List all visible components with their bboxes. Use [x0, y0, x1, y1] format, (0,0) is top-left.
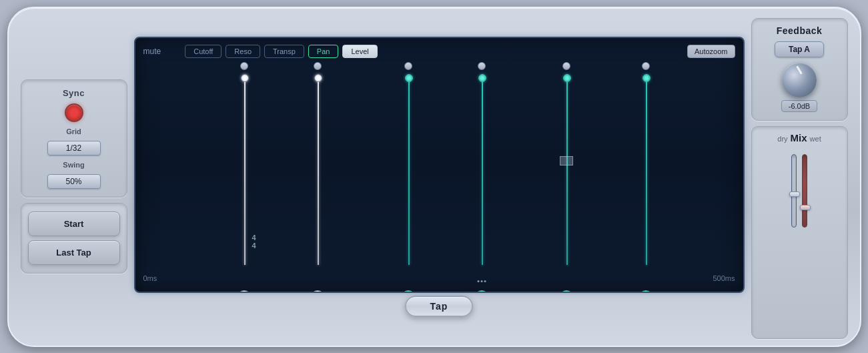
mix-sliders [786, 147, 813, 228]
cutoff-tab[interactable]: Cutoff [185, 45, 222, 58]
transport-panel: Start Last Tap [21, 203, 127, 274]
tap-handle-F[interactable] [642, 74, 650, 82]
pan-indicator [560, 156, 573, 165]
transp-tab[interactable]: Transp [264, 45, 304, 58]
time-signature: 4 4 [252, 234, 256, 250]
wet-slider-track[interactable] [802, 154, 807, 228]
dry-slider-thumb[interactable] [789, 192, 800, 197]
time-sig-bottom: 4 [252, 242, 256, 250]
g-tap-dots [477, 280, 486, 282]
toolbar: mute Cutoff Reso Transp Pan Level Autozo… [135, 45, 743, 58]
tap-handle-G[interactable] [478, 74, 486, 82]
end-time-label: 500ms [713, 274, 735, 282]
sequencer-area [135, 78, 743, 265]
dry-slider-track[interactable] [791, 154, 797, 228]
autozoom-button[interactable]: Autozoom [687, 45, 735, 58]
mute-dot-C[interactable] [404, 62, 412, 70]
tap-line-G[interactable] [482, 78, 483, 265]
wet-slider-thumb[interactable] [800, 205, 811, 210]
last-tap-button[interactable]: Last Tap [28, 240, 120, 265]
sync-indicator[interactable] [65, 103, 83, 122]
sync-label: Sync [63, 88, 85, 98]
feedback-value: -6.0dB [781, 100, 817, 112]
tap-line-C[interactable] [408, 78, 410, 265]
tap-handle-C[interactable] [405, 74, 413, 82]
grid-label: Grid [66, 127, 81, 135]
plugin-shell: Sync Grid 1/32 Swing 50% Start Last Tap … [7, 7, 861, 347]
mute-dot-F[interactable] [642, 62, 650, 70]
grid-dropdown[interactable]: 1/32 [47, 141, 101, 155]
swing-dropdown[interactable]: 50% [47, 174, 101, 189]
tap-handle-B[interactable] [314, 74, 322, 82]
tap-button-container: Tap [134, 296, 745, 317]
mute-dot-E[interactable] [562, 62, 570, 70]
tap-line-E[interactable] [566, 78, 568, 265]
start-time-label: 0ms [143, 274, 157, 282]
tap-line-F[interactable] [646, 78, 647, 265]
display-screen: mute Cutoff Reso Transp Pan Level Autozo… [134, 37, 745, 293]
knob-container: -6.0dB [781, 63, 817, 112]
feedback-knob[interactable] [782, 63, 817, 97]
tap-line-B[interactable] [318, 78, 319, 265]
tap-handle-A[interactable] [241, 74, 249, 82]
center-panel: mute Cutoff Reso Transp Pan Level Autozo… [134, 37, 745, 317]
reso-tab[interactable]: Reso [226, 45, 260, 58]
time-sig-top: 4 [252, 234, 256, 242]
mute-dot-G[interactable] [478, 62, 486, 70]
level-tab[interactable]: Level [342, 45, 377, 58]
swing-label: Swing [63, 161, 84, 169]
tap-button[interactable]: Tap [405, 296, 474, 317]
feedback-box: Feedback Tap A -6.0dB [751, 18, 848, 121]
mix-header: dry Mix wet [777, 132, 821, 143]
tap-line-A[interactable] [244, 78, 246, 265]
mute-dot-B[interactable] [314, 62, 322, 70]
mix-box: dry Mix wet [751, 126, 848, 339]
timeline-bar: 0ms 500ms [135, 265, 743, 292]
mute-label: mute [143, 47, 161, 56]
tap-handle-E[interactable] [563, 74, 571, 82]
right-panel: Feedback Tap A -6.0dB dry Mix wet [751, 15, 848, 339]
mix-label: Mix [791, 132, 807, 143]
left-panel: Sync Grid 1/32 Swing 50% Start Last Tap [21, 79, 127, 274]
wet-label: wet [810, 135, 821, 143]
mute-dot-A[interactable] [240, 62, 248, 70]
feedback-label: Feedback [777, 25, 823, 36]
sync-panel: Sync Grid 1/32 Swing 50% [21, 79, 127, 198]
dry-label: dry [777, 135, 787, 143]
pan-tab[interactable]: Pan [308, 45, 339, 58]
tap-a-button[interactable]: Tap A [775, 41, 824, 57]
start-button[interactable]: Start [28, 212, 120, 236]
